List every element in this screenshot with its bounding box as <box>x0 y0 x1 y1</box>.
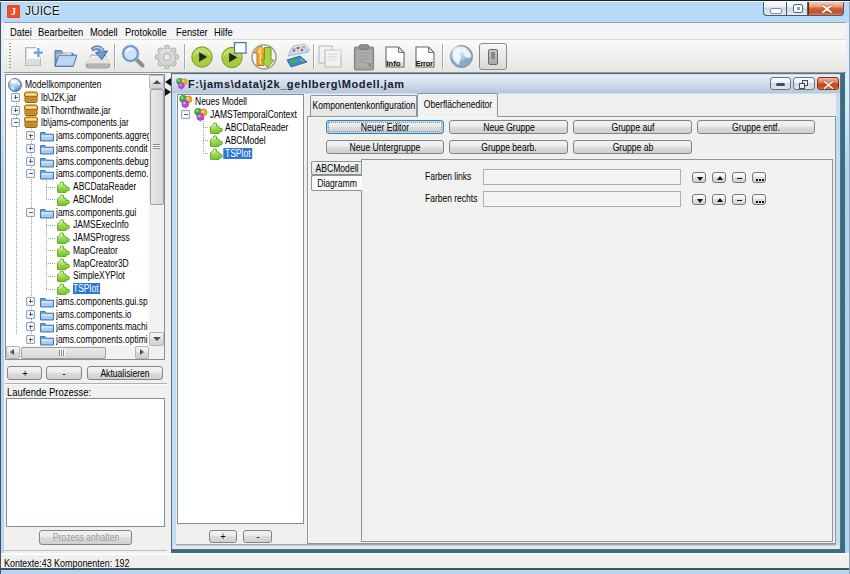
svg-text:Error: Error <box>416 59 433 68</box>
svg-text:Info: Info <box>386 59 401 68</box>
svg-text:J: J <box>11 6 16 17</box>
